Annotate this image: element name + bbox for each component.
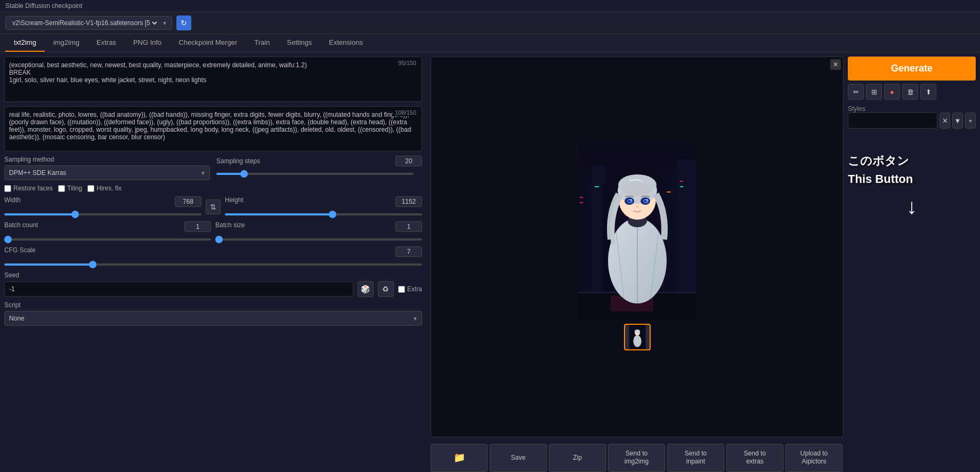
extra-seed-checkbox[interactable]: Extra [398, 285, 422, 293]
cfg-scale-group: CFG Scale 7 [4, 246, 422, 267]
tab-train[interactable]: Train [246, 34, 278, 52]
thumbnail-item[interactable] [624, 324, 651, 350]
cfg-scale-slider[interactable] [4, 263, 422, 266]
negative-prompt-container: 108/150 [4, 106, 422, 151]
refresh-model-button[interactable]: ↻ [176, 15, 191, 30]
svg-rect-10 [680, 181, 683, 182]
width-slider[interactable] [4, 213, 201, 215]
extra-seed-input[interactable] [398, 286, 405, 293]
zip-button[interactable]: Zip [549, 444, 606, 472]
batch-size-value: 1 [395, 221, 422, 232]
styles-dropdown-button[interactable]: ▼ [952, 113, 963, 129]
sampling-steps-slider[interactable] [216, 173, 414, 175]
export-style-button[interactable]: ⬆ [920, 84, 936, 100]
dimensions-section: Width 768 ⇅ Height 1152 [4, 196, 422, 217]
seed-input[interactable] [4, 282, 353, 297]
sampling-method-group: Sampling method DPM++ SDE Karras [4, 156, 210, 180]
upload-to-aipictors-button[interactable]: Upload toAipictors [785, 444, 843, 472]
sampling-section: Sampling method DPM++ SDE Karras Samplin… [4, 156, 422, 180]
positive-prompt-input[interactable] [5, 57, 422, 100]
model-selector[interactable]: v2\Scream-SemiRealistic-V1-fp16.safetens… [5, 16, 172, 30]
svg-rect-9 [667, 191, 671, 193]
save-button[interactable]: Save [490, 444, 547, 472]
tiling-checkbox[interactable]: Tiling [58, 185, 82, 192]
folder-icon: 📁 [453, 452, 465, 463]
delete-style-button[interactable]: 🗑 [902, 84, 918, 100]
svg-point-31 [619, 182, 656, 222]
width-group: Width 768 [4, 196, 201, 217]
styles-add-button[interactable]: + [965, 113, 976, 129]
model-bar: v2\Scream-SemiRealistic-V1-fp16.safetens… [0, 12, 980, 34]
styles-label: Styles [848, 105, 976, 113]
styles-clear-button[interactable]: ✕ [939, 113, 950, 129]
width-value: 768 [175, 196, 201, 207]
restore-faces-input[interactable] [4, 185, 11, 192]
send-to-img2img-button[interactable]: Send toimg2img [608, 444, 665, 472]
title-bar: Stable Diffusion checkpoint [0, 0, 980, 12]
tab-settings[interactable]: Settings [278, 34, 320, 52]
english-text: This Button [848, 172, 976, 186]
hires-fix-input[interactable] [87, 185, 94, 192]
negative-prompt-input[interactable] [5, 107, 422, 149]
recycle-seed-button[interactable]: ♻ [378, 281, 394, 297]
generate-button[interactable]: Generate [848, 57, 976, 81]
nav-tabs: txt2img img2img Extras PNG Info Checkpoi… [0, 34, 980, 52]
tab-extensions[interactable]: Extensions [320, 34, 371, 52]
grid-style-button[interactable]: ⊞ [866, 84, 882, 100]
right-controls-column: Generate ✏ ⊞ ● 🗑 ⬆ Styles [848, 57, 976, 437]
svg-point-36 [634, 330, 639, 333]
batch-count-slider[interactable] [4, 238, 211, 241]
tab-png-info[interactable]: PNG Info [125, 34, 170, 52]
cfg-scale-value: 7 [395, 246, 422, 257]
checkboxes-row: Restore faces Tiling Hires. fix [4, 185, 422, 192]
batch-section: Batch count 1 Batch size 1 [4, 221, 422, 242]
height-slider[interactable] [225, 213, 422, 215]
tab-extras[interactable]: Extras [88, 34, 125, 52]
sampling-method-select[interactable]: DPM++ SDE Karras [4, 165, 210, 180]
batch-size-label: Batch size [215, 221, 245, 232]
height-value: 1152 [395, 196, 422, 207]
close-image-button[interactable]: ✕ [830, 59, 841, 70]
tiling-input[interactable] [58, 185, 65, 192]
script-label: Script [4, 301, 422, 309]
seed-group: Seed 🎲 ♻ Extra [4, 271, 422, 297]
image-and-controls: ✕ [431, 57, 976, 437]
generated-image [579, 143, 696, 319]
tab-img2img[interactable]: img2img [45, 34, 88, 52]
script-select[interactable]: None [4, 311, 422, 326]
open-folder-button[interactable]: 📁 [431, 444, 488, 472]
batch-count-value: 1 [184, 221, 211, 232]
batch-size-group: Batch size 1 [215, 221, 422, 242]
seed-section: 🎲 ♻ Extra [4, 281, 422, 297]
seed-label: Seed [4, 271, 422, 279]
title-text: Stable Diffusion checkpoint [5, 2, 83, 10]
positive-prompt-container: 95/150 [4, 57, 422, 102]
swap-dimensions-button[interactable]: ⇅ [206, 199, 221, 214]
hires-fix-checkbox[interactable]: Hires. fix [87, 185, 122, 192]
sampling-steps-label: Sampling steps [216, 157, 260, 165]
cfg-scale-label: CFG Scale [4, 246, 36, 257]
color-style-button[interactable]: ● [884, 84, 900, 100]
script-section: Script None [4, 301, 422, 326]
style-controls: ✏ ⊞ ● 🗑 ⬆ [848, 84, 976, 100]
svg-point-34 [633, 335, 641, 347]
negative-prompt-counter: 108/150 [393, 109, 418, 116]
sampling-steps-value: 20 [395, 156, 422, 166]
batch-count-label: Batch count [4, 221, 38, 232]
svg-rect-6 [580, 197, 583, 198]
tab-checkpoint-merger[interactable]: Checkpoint Merger [170, 34, 246, 52]
japanese-text: このボタン [848, 153, 976, 169]
styles-input[interactable] [848, 113, 937, 129]
restore-faces-checkbox[interactable]: Restore faces [4, 185, 53, 192]
send-to-extras-button[interactable]: Send toextras [726, 444, 783, 472]
send-to-inpaint-button[interactable]: Send toinpaint [667, 444, 724, 472]
dice-button[interactable]: 🎲 [358, 281, 374, 297]
tab-txt2img[interactable]: txt2img [5, 34, 45, 52]
model-dropdown[interactable]: v2\Scream-SemiRealistic-V1-fp16.safetens… [10, 19, 159, 27]
sampling-method-label: Sampling method [4, 156, 210, 163]
batch-size-slider[interactable] [215, 238, 422, 241]
left-panel: 95/150 108/150 Sampling method DPM++ SDE… [0, 52, 426, 472]
edit-style-button[interactable]: ✏ [848, 84, 864, 100]
styles-section: Styles ✕ ▼ + [848, 103, 976, 129]
right-panel: ✕ [426, 52, 980, 472]
